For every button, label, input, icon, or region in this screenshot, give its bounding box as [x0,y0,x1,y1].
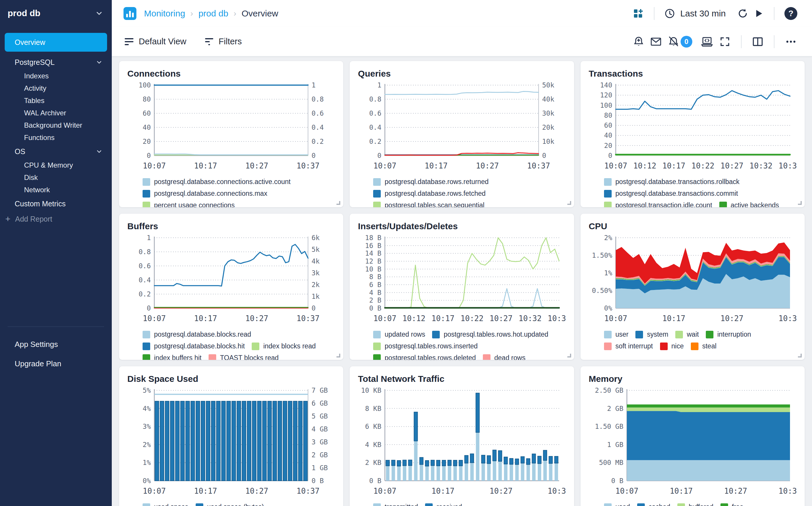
legend-item-postgresql-tables-rows-inserted[interactable]: postgresql.tables.rows.inserted [373,342,478,350]
default-view-button[interactable]: Default View [125,37,186,47]
svg-text:10:17: 10:17 [431,314,454,323]
legend-item-index-buffers-hit[interactable]: index buffers hit [142,354,202,360]
legend-item-postgresql-database-connections-active-count[interactable]: postgresql.database.connections.active.c… [142,178,290,186]
legend-item-used-space-bytes[interactable]: used space (bytes) [196,503,264,506]
alert-add-icon[interactable] [630,33,647,50]
legend-item-dead-rows[interactable]: dead rows [483,354,525,360]
chart-card-cpu: CPU 0%0.50%1%1.50%2%10:0710:1710:2710:37… [581,214,805,360]
resize-handle[interactable] [567,354,571,357]
split-columns-icon[interactable] [749,33,766,50]
legend-item-user[interactable]: user [604,331,629,338]
sidebar-item-cpu-memory[interactable]: CPU & Memory [0,159,112,171]
legend-item-postgresql-database-blocks-hit[interactable]: postgresql.database.blocks.hit [142,342,245,350]
legend-item-used-space[interactable]: used space [142,503,189,506]
legend-item-postgresql-database-blocks-read[interactable]: postgresql.database.blocks.read [142,331,251,338]
legend-item-updated-rows[interactable]: updated rows [373,331,425,338]
svg-text:6k: 6k [312,234,320,242]
dashboard-grid-add-icon[interactable] [630,5,646,22]
disk-space-used-chart: 0%1%2%3%4%5%0 B1 GB2 GB3 GB4 GB5 GB6 GB7… [127,387,335,500]
sidebar-item-functions[interactable]: Functions [0,132,112,144]
legend-item-percent-usage-connections[interactable]: percent usage connections [142,201,235,207]
svg-text:0 B: 0 B [369,477,382,485]
sidebar-item-upgrade-plan[interactable]: Upgrade Plan [0,354,112,373]
svg-text:12 B: 12 B [365,257,381,265]
resize-handle[interactable] [567,201,571,205]
sidebar-item-wal-archiver[interactable]: WAL Archiver [0,107,112,119]
sidebar-item-app-settings[interactable]: App Settings [0,335,112,354]
legend-item-soft-interrupt[interactable]: soft interrupt [604,342,653,350]
legend-swatch [373,354,381,360]
chart-title: Memory [589,374,797,384]
play-icon[interactable] [751,6,766,21]
svg-text:10:27: 10:27 [490,314,512,323]
divider [654,7,654,20]
fullscreen-icon[interactable] [716,33,733,50]
legend-label: postgresql.database.rows.returned [385,178,488,186]
legend-item-transmitted[interactable]: transmitted [373,503,418,506]
legend-item-postgresql-database-rows-fetched[interactable]: postgresql.database.rows.fetched [373,190,486,197]
svg-text:10:07: 10:07 [615,487,638,495]
refresh-icon[interactable] [734,5,751,22]
laptop-code-icon[interactable] [698,33,716,51]
legend-item-nice[interactable]: nice [660,342,684,350]
sidebar-item-background-writer[interactable]: Background Writer [0,119,112,132]
email-icon[interactable] [647,33,665,51]
legend-item-cached[interactable]: cached [637,503,670,506]
legend-item-postgresql-database-rows-returned[interactable]: postgresql.database.rows.returned [373,178,488,186]
legend-item-system[interactable]: system [635,331,668,338]
svg-text:10:32: 10:32 [519,314,541,323]
legend-item-active-backends[interactable]: active backends [719,201,779,207]
breadcrumb-prod-db[interactable]: prod db [198,8,228,18]
sidebar-item-postgresql[interactable]: PostgreSQL [0,55,112,70]
legend-item-steal[interactable]: steal [691,342,717,350]
resize-handle[interactable] [336,354,340,357]
more-options-icon[interactable] [782,33,800,51]
legend-item-postgresql-database-connections-max[interactable]: postgresql.database.connections.max [142,190,267,197]
help-icon[interactable]: ? [782,5,800,22]
legend-item-wait[interactable]: wait [675,331,699,338]
chart-card-disk-space-used: Disk Space Used 0%1%2%3%4%5%0 B1 GB2 GB3… [119,366,343,506]
resize-handle[interactable] [336,201,340,205]
sidebar-item-os[interactable]: OS [0,144,112,159]
sidebar-item-tables[interactable]: Tables [0,94,112,107]
legend-item-postgresql-transaction-idle-count[interactable]: postgresql.transaction.idle.count [604,201,712,207]
svg-text:10:37: 10:37 [297,487,319,495]
legend-item-postgresql-database-transactions-commit[interactable]: postgresql.database.transactions.commit [604,190,738,197]
alerts-muted-icon[interactable] [665,33,682,51]
svg-text:10:32: 10:32 [749,161,773,170]
legend-item-postgresql-tables-rows-deleted[interactable]: postgresql.tables.rows.deleted [373,354,476,360]
breadcrumb-separator: › [190,9,193,18]
database-selector[interactable]: prod db [0,8,112,18]
sidebar-item-disk[interactable]: Disk [0,171,112,184]
sidebar-item-overview[interactable]: Overview [5,33,107,52]
legend-item-toast-blocks-read[interactable]: TOAST blocks read [209,354,279,360]
filters-button[interactable]: Filters [205,37,242,47]
legend-swatch [675,331,683,338]
time-range-picker[interactable]: Last 30 min [664,8,726,19]
legend-item-postgresql-tables-rows-hot-updated[interactable]: postgresql.tables.rows.hot.updated [432,331,548,338]
legend-item-free[interactable]: free [720,503,744,506]
legend-swatch [691,342,699,350]
svg-text:30k: 30k [542,109,554,117]
legend-item-received[interactable]: received [425,503,462,506]
legend-item-postgresql-database-transactions-rollback[interactable]: postgresql.database.transactions.rollbac… [604,178,739,186]
svg-text:10:37: 10:37 [548,487,566,495]
sidebar-item-indexes[interactable]: Indexes [0,70,112,82]
legend-item-used[interactable]: used [604,503,630,506]
sidebar-item-label: Indexes [24,72,49,80]
chart-card-connections: Connections 02040608010000.20.40.60.8110… [119,61,343,207]
resize-handle[interactable] [798,354,802,357]
chart-legend: postgresql.database.blocks.readpostgresq… [127,331,335,360]
sidebar-item-add-report[interactable]: +Add Report [0,211,112,227]
sidebar-item-network[interactable]: Network [0,184,112,196]
sidebar-item-activity[interactable]: Activity [0,82,112,94]
legend-item-interruption[interactable]: interruption [706,331,751,338]
resize-handle[interactable] [798,201,802,205]
svg-text:80: 80 [142,95,151,103]
legend-item-postgresql-tables-scan-sequential[interactable]: postgresql.tables.scan.sequential [373,201,484,207]
legend-item-buffered[interactable]: buffered [677,503,713,506]
breadcrumb-monitoring[interactable]: Monitoring [144,8,185,18]
svg-text:10:12: 10:12 [402,314,425,323]
sidebar-item-custom-metrics[interactable]: Custom Metrics [0,196,112,211]
legend-item-index-blocks-read[interactable]: index blocks read [252,342,316,350]
